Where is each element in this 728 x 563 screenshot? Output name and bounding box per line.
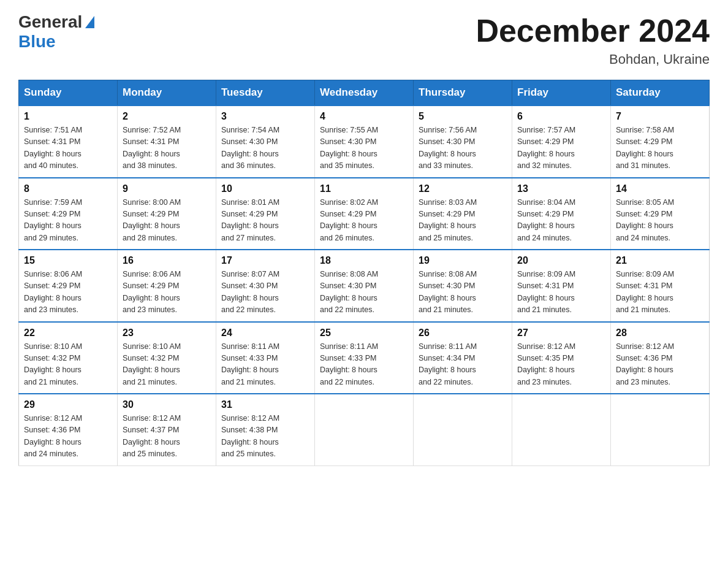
calendar-week-row: 1Sunrise: 7:51 AMSunset: 4:31 PMDaylight… [19, 105, 710, 178]
day-info: Sunrise: 7:58 AMSunset: 4:29 PMDaylight:… [616, 124, 704, 172]
calendar-cell: 21Sunrise: 8:09 AMSunset: 4:31 PMDayligh… [611, 250, 710, 322]
day-number: 9 [123, 183, 211, 194]
calendar-cell [315, 394, 414, 465]
day-number: 2 [123, 111, 211, 122]
day-info: Sunrise: 8:03 AMSunset: 4:29 PMDaylight:… [419, 197, 507, 245]
weekday-header-thursday: Thursday [414, 80, 512, 106]
calendar-cell [512, 394, 611, 465]
calendar-table: SundayMondayTuesdayWednesdayThursdayFrid… [18, 80, 710, 466]
logo-general-text: General [18, 12, 82, 32]
day-info: Sunrise: 8:11 AMSunset: 4:33 PMDaylight:… [221, 341, 309, 389]
day-info: Sunrise: 8:10 AMSunset: 4:32 PMDaylight:… [24, 341, 112, 389]
calendar-week-row: 22Sunrise: 8:10 AMSunset: 4:32 PMDayligh… [19, 322, 710, 394]
day-info: Sunrise: 7:56 AMSunset: 4:30 PMDaylight:… [419, 124, 507, 172]
calendar-cell: 5Sunrise: 7:56 AMSunset: 4:30 PMDaylight… [414, 105, 512, 178]
day-info: Sunrise: 8:06 AMSunset: 4:29 PMDaylight:… [24, 269, 112, 316]
calendar-cell: 15Sunrise: 8:06 AMSunset: 4:29 PMDayligh… [19, 250, 118, 322]
day-info: Sunrise: 8:12 AMSunset: 4:36 PMDaylight:… [616, 341, 704, 389]
day-info: Sunrise: 8:08 AMSunset: 4:30 PMDaylight:… [419, 269, 507, 316]
calendar-cell: 10Sunrise: 8:01 AMSunset: 4:29 PMDayligh… [216, 178, 315, 250]
day-number: 4 [320, 111, 408, 122]
day-info: Sunrise: 8:09 AMSunset: 4:31 PMDaylight:… [616, 269, 704, 316]
calendar-cell: 7Sunrise: 7:58 AMSunset: 4:29 PMDaylight… [611, 105, 710, 178]
day-info: Sunrise: 8:11 AMSunset: 4:33 PMDaylight:… [320, 341, 408, 389]
calendar-cell: 16Sunrise: 8:06 AMSunset: 4:29 PMDayligh… [118, 250, 216, 322]
day-number: 12 [419, 183, 507, 194]
day-info: Sunrise: 8:08 AMSunset: 4:30 PMDaylight:… [320, 269, 408, 316]
weekday-header-monday: Monday [118, 80, 216, 106]
day-number: 16 [123, 255, 211, 266]
day-number: 14 [616, 183, 704, 194]
day-info: Sunrise: 8:11 AMSunset: 4:34 PMDaylight:… [419, 341, 507, 389]
calendar-cell: 1Sunrise: 7:51 AMSunset: 4:31 PMDaylight… [19, 105, 118, 178]
day-number: 28 [616, 327, 704, 339]
day-info: Sunrise: 8:09 AMSunset: 4:31 PMDaylight:… [517, 269, 605, 316]
day-info: Sunrise: 8:00 AMSunset: 4:29 PMDaylight:… [123, 197, 211, 245]
weekday-header-row: SundayMondayTuesdayWednesdayThursdayFrid… [19, 80, 710, 106]
day-info: Sunrise: 8:10 AMSunset: 4:32 PMDaylight:… [123, 341, 211, 389]
calendar-cell: 3Sunrise: 7:54 AMSunset: 4:30 PMDaylight… [216, 105, 315, 178]
calendar-cell [414, 394, 512, 465]
weekday-header-tuesday: Tuesday [216, 80, 315, 106]
weekday-header-saturday: Saturday [611, 80, 710, 106]
calendar-cell: 2Sunrise: 7:52 AMSunset: 4:31 PMDaylight… [118, 105, 216, 178]
day-number: 17 [221, 255, 309, 266]
day-number: 18 [320, 255, 408, 266]
calendar-cell: 17Sunrise: 8:07 AMSunset: 4:30 PMDayligh… [216, 250, 315, 322]
day-number: 31 [221, 399, 309, 410]
page-header: General Blue December 2024 Bohdan, Ukrai… [18, 12, 710, 67]
day-number: 6 [517, 111, 605, 122]
day-info: Sunrise: 8:12 AMSunset: 4:37 PMDaylight:… [123, 413, 211, 461]
calendar-cell: 26Sunrise: 8:11 AMSunset: 4:34 PMDayligh… [414, 322, 512, 394]
day-number: 5 [419, 111, 507, 122]
calendar-cell: 23Sunrise: 8:10 AMSunset: 4:32 PMDayligh… [118, 322, 216, 394]
calendar-cell: 28Sunrise: 8:12 AMSunset: 4:36 PMDayligh… [611, 322, 710, 394]
day-number: 29 [24, 399, 112, 410]
day-info: Sunrise: 8:12 AMSunset: 4:35 PMDaylight:… [517, 341, 605, 389]
calendar-cell: 18Sunrise: 8:08 AMSunset: 4:30 PMDayligh… [315, 250, 414, 322]
logo-blue-text: Blue [18, 32, 56, 52]
calendar-cell: 4Sunrise: 7:55 AMSunset: 4:30 PMDaylight… [315, 105, 414, 178]
calendar-cell: 12Sunrise: 8:03 AMSunset: 4:29 PMDayligh… [414, 178, 512, 250]
day-info: Sunrise: 8:02 AMSunset: 4:29 PMDaylight:… [320, 197, 408, 245]
calendar-cell: 19Sunrise: 8:08 AMSunset: 4:30 PMDayligh… [414, 250, 512, 322]
day-number: 24 [221, 327, 309, 339]
calendar-week-row: 29Sunrise: 8:12 AMSunset: 4:36 PMDayligh… [19, 394, 710, 465]
calendar-cell [611, 394, 710, 465]
day-number: 20 [517, 255, 605, 266]
day-info: Sunrise: 7:52 AMSunset: 4:31 PMDaylight:… [123, 124, 211, 172]
day-number: 22 [24, 327, 112, 339]
day-number: 3 [221, 111, 309, 122]
weekday-header-sunday: Sunday [19, 80, 118, 106]
day-info: Sunrise: 7:54 AMSunset: 4:30 PMDaylight:… [221, 124, 309, 172]
day-number: 21 [616, 255, 704, 266]
day-number: 25 [320, 327, 408, 339]
day-info: Sunrise: 8:07 AMSunset: 4:30 PMDaylight:… [221, 269, 309, 316]
calendar-week-row: 8Sunrise: 7:59 AMSunset: 4:29 PMDaylight… [19, 178, 710, 250]
day-info: Sunrise: 8:06 AMSunset: 4:29 PMDaylight:… [123, 269, 211, 316]
day-number: 8 [24, 183, 112, 194]
calendar-cell: 8Sunrise: 7:59 AMSunset: 4:29 PMDaylight… [19, 178, 118, 250]
calendar-cell: 11Sunrise: 8:02 AMSunset: 4:29 PMDayligh… [315, 178, 414, 250]
title-block: December 2024 Bohdan, Ukraine [476, 12, 710, 67]
month-title: December 2024 [476, 12, 710, 49]
day-number: 15 [24, 255, 112, 266]
day-info: Sunrise: 7:59 AMSunset: 4:29 PMDaylight:… [24, 197, 112, 245]
calendar-cell: 14Sunrise: 8:05 AMSunset: 4:29 PMDayligh… [611, 178, 710, 250]
calendar-cell: 22Sunrise: 8:10 AMSunset: 4:32 PMDayligh… [19, 322, 118, 394]
calendar-cell: 27Sunrise: 8:12 AMSunset: 4:35 PMDayligh… [512, 322, 611, 394]
day-info: Sunrise: 7:57 AMSunset: 4:29 PMDaylight:… [517, 124, 605, 172]
day-info: Sunrise: 8:05 AMSunset: 4:29 PMDaylight:… [616, 197, 704, 245]
day-info: Sunrise: 7:55 AMSunset: 4:30 PMDaylight:… [320, 124, 408, 172]
day-number: 26 [419, 327, 507, 339]
day-number: 13 [517, 183, 605, 194]
location: Bohdan, Ukraine [476, 52, 710, 67]
calendar-cell: 9Sunrise: 8:00 AMSunset: 4:29 PMDaylight… [118, 178, 216, 250]
day-info: Sunrise: 8:04 AMSunset: 4:29 PMDaylight:… [517, 197, 605, 245]
calendar-cell: 31Sunrise: 8:12 AMSunset: 4:38 PMDayligh… [216, 394, 315, 465]
calendar-cell: 24Sunrise: 8:11 AMSunset: 4:33 PMDayligh… [216, 322, 315, 394]
calendar-cell: 6Sunrise: 7:57 AMSunset: 4:29 PMDaylight… [512, 105, 611, 178]
day-number: 30 [123, 399, 211, 410]
calendar-cell: 20Sunrise: 8:09 AMSunset: 4:31 PMDayligh… [512, 250, 611, 322]
calendar-cell: 29Sunrise: 8:12 AMSunset: 4:36 PMDayligh… [19, 394, 118, 465]
